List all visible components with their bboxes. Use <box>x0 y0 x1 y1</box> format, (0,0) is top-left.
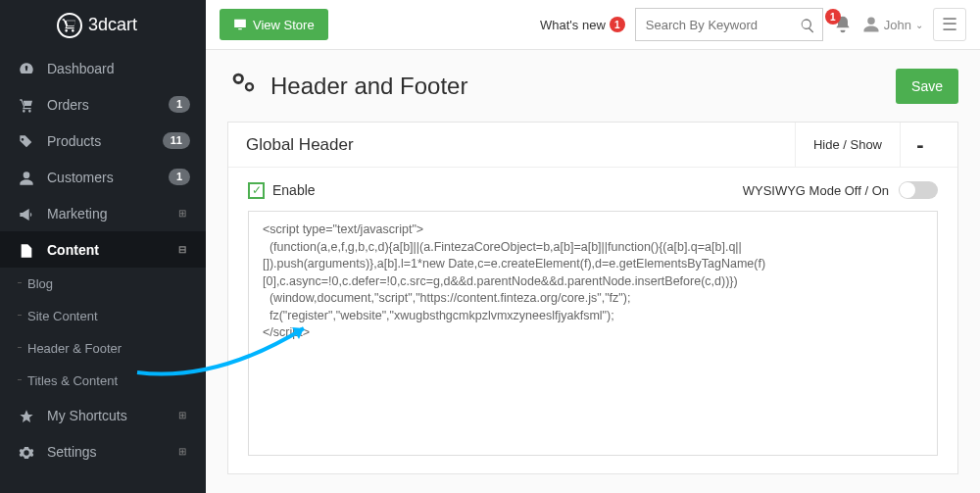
sidebar-sub-sitecontent[interactable]: Site Content <box>0 300 206 332</box>
panel-body: ✓ Enable WYSIWYG Mode Off / On <box>228 168 957 473</box>
sidebar-sub-titlescontent[interactable]: Titles & Content <box>0 365 206 397</box>
logo: 3dcart <box>0 0 206 50</box>
topbar: View Store What's new 1 1 John ⌄ ☰ <box>206 0 980 50</box>
page-title: Header and Footer <box>270 73 467 100</box>
logo-icon <box>57 13 82 38</box>
user-menu[interactable]: John ⌄ <box>862 16 923 33</box>
user-icon <box>16 168 37 185</box>
sidebar-badge: 1 <box>169 96 190 113</box>
sidebar-item-label: Content <box>47 242 178 258</box>
collapse-icon: ⊟ <box>178 244 190 256</box>
dashboard-icon <box>16 59 37 76</box>
chevron-down-icon: ⌄ <box>915 20 923 30</box>
monitor-icon <box>233 18 247 31</box>
notification-badge: 1 <box>825 9 841 25</box>
sidebar-item-customers[interactable]: Customers 1 <box>0 159 206 195</box>
sidebar-item-label: Products <box>47 133 163 149</box>
sidebar-badge: 1 <box>169 169 190 185</box>
hide-show-button[interactable]: Hide / Show <box>795 123 901 168</box>
expand-icon: ⊞ <box>178 446 190 458</box>
panel-header: Global Header Hide / Show - <box>228 123 957 168</box>
view-store-label: View Store <box>253 18 315 32</box>
sidebar-item-label: Titles & Content <box>27 373 118 388</box>
sidebar-item-label: My Shortcuts <box>47 408 178 423</box>
panel-title: Global Header <box>246 135 795 155</box>
menu-toggle[interactable]: ☰ <box>933 8 966 41</box>
star-icon <box>16 406 37 423</box>
global-header-panel: Global Header Hide / Show - ✓ Enable WYS… <box>227 122 958 474</box>
cart-icon <box>16 95 37 113</box>
sidebar-item-label: Header & Footer <box>27 341 122 356</box>
wysiwyg-label: WYSIWYG Mode Off / On <box>743 183 889 198</box>
whats-new-label: What's new <box>540 18 606 32</box>
sidebar-badge: 11 <box>163 132 190 149</box>
header-code-textarea[interactable] <box>248 211 938 456</box>
wysiwyg-toggle[interactable] <box>899 181 938 199</box>
hamburger-icon: ☰ <box>942 14 957 35</box>
sidebar-item-content[interactable]: Content ⊟ <box>0 231 206 268</box>
sidebar-item-label: Settings <box>47 444 178 460</box>
sidebar-item-settings[interactable]: Settings ⊞ <box>0 433 206 469</box>
sidebar-item-label: Dashboard <box>47 61 190 76</box>
collapse-button[interactable]: - <box>901 123 940 168</box>
search-input[interactable] <box>635 8 823 41</box>
tags-icon <box>16 131 37 149</box>
gears-icon <box>227 68 257 104</box>
gear-icon <box>16 442 37 460</box>
sidebar-item-dashboard[interactable]: Dashboard <box>0 50 206 86</box>
file-icon <box>16 240 37 258</box>
sidebar-item-products[interactable]: Products 11 <box>0 123 206 159</box>
sidebar: 3dcart Dashboard Orders 1 Products 11 Cu… <box>0 0 206 493</box>
sidebar-item-label: Site Content <box>27 309 98 323</box>
sidebar-item-shortcuts[interactable]: My Shortcuts ⊞ <box>0 397 206 433</box>
page-header: Header and Footer Save <box>227 68 958 104</box>
whats-new-badge: 1 <box>610 17 625 32</box>
view-store-button[interactable]: View Store <box>220 9 328 40</box>
main-content: Header and Footer Save Global Header Hid… <box>206 50 980 493</box>
sidebar-item-orders[interactable]: Orders 1 <box>0 86 206 123</box>
expand-icon: ⊞ <box>178 410 190 421</box>
sidebar-sub-headerfooter[interactable]: Header & Footer <box>0 332 206 365</box>
sidebar-item-marketing[interactable]: Marketing ⊞ <box>0 195 206 231</box>
save-button[interactable]: Save <box>896 69 958 104</box>
expand-icon: ⊞ <box>178 208 190 220</box>
sidebar-item-label: Customers <box>47 170 169 185</box>
user-name: John <box>884 18 911 32</box>
enable-checkbox[interactable]: ✓ <box>248 182 265 199</box>
enable-row: ✓ Enable WYSIWYG Mode Off / On <box>248 181 938 199</box>
wysiwyg-control: WYSIWYG Mode Off / On <box>743 181 938 199</box>
search-icon[interactable] <box>800 16 815 33</box>
notifications-button[interactable]: 1 <box>833 15 853 34</box>
sidebar-sub-blog[interactable]: Blog <box>0 268 206 300</box>
sidebar-item-label: Blog <box>27 276 53 291</box>
search-box <box>635 8 823 41</box>
sidebar-item-label: Marketing <box>47 206 178 222</box>
user-icon <box>862 16 880 33</box>
bullhorn-icon <box>16 204 37 222</box>
sidebar-item-label: Orders <box>47 97 169 113</box>
logo-text: 3dcart <box>88 15 137 35</box>
enable-label: Enable <box>272 182 316 198</box>
whats-new-link[interactable]: What's new 1 <box>540 17 625 32</box>
